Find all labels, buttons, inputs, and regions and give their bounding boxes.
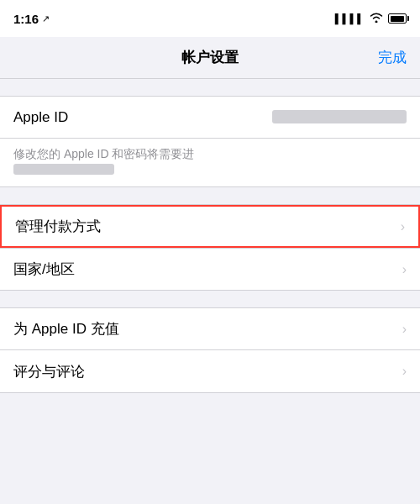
review-chevron: › xyxy=(402,364,407,379)
manage-payment-chevron: › xyxy=(401,219,405,234)
status-bar: 1:16 ↗ ▌▌▌▌ xyxy=(0,0,420,37)
manage-payment-row[interactable]: 管理付款方式 › xyxy=(0,205,420,248)
status-time-container: 1:16 ↗ xyxy=(13,12,50,26)
review-row[interactable]: 评分与评论 › xyxy=(0,350,420,392)
recharge-chevron: › xyxy=(402,322,407,337)
status-time: 1:16 xyxy=(13,12,39,26)
nav-bar: 帐户设置 完成 xyxy=(0,37,420,79)
recharge-label: 为 Apple ID 充值 xyxy=(13,319,119,339)
recharge-section: 为 Apple ID 充值 › 评分与评论 › xyxy=(0,307,420,393)
apple-id-label: Apple ID xyxy=(13,109,68,126)
country-chevron: › xyxy=(402,262,407,277)
country-row[interactable]: 国家/地区 › xyxy=(0,248,420,290)
wifi-icon xyxy=(370,12,383,25)
recharge-row[interactable]: 为 Apple ID 充值 › xyxy=(0,308,420,350)
done-button[interactable]: 完成 xyxy=(378,48,407,67)
battery-icon xyxy=(388,13,407,24)
apple-id-sub-value xyxy=(13,164,407,176)
apple-id-value xyxy=(272,110,407,125)
location-arrow-icon: ↗ xyxy=(42,13,50,24)
signal-icon: ▌▌▌▌ xyxy=(335,13,365,24)
apple-id-row[interactable]: Apple ID xyxy=(0,97,420,139)
nav-title: 帐户设置 xyxy=(181,48,239,67)
apple-id-sub-text: 修改您的 Apple ID 和密码将需要进 xyxy=(13,147,407,162)
apple-id-section: Apple ID 修改您的 Apple ID 和密码将需要进 xyxy=(0,96,420,187)
manage-payment-label: 管理付款方式 xyxy=(15,217,101,236)
apple-id-sub-row: 修改您的 Apple ID 和密码将需要进 xyxy=(0,139,420,186)
battery-fill xyxy=(391,16,404,22)
country-label: 国家/地区 xyxy=(13,260,75,279)
review-label: 评分与评论 xyxy=(13,362,85,381)
status-icons: ▌▌▌▌ xyxy=(335,12,407,25)
payment-section: 管理付款方式 › 国家/地区 › xyxy=(0,204,420,291)
